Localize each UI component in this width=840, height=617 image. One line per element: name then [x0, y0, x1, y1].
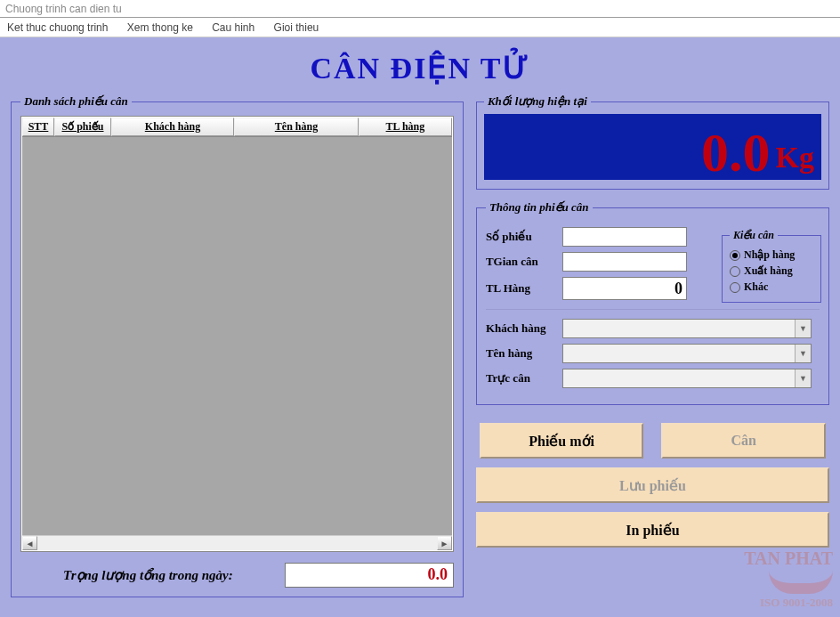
chevron-down-icon[interactable]: ▼	[795, 320, 811, 337]
so-phieu-label: Số phiếu	[486, 230, 562, 244]
radio-nhap-hang[interactable]: Nhập hàng	[730, 248, 813, 262]
radio-icon	[730, 266, 740, 277]
radio-xuat-hang[interactable]: Xuất hàng	[730, 264, 813, 278]
total-value: 0.0	[285, 563, 454, 588]
new-ticket-button[interactable]: Phiếu mới	[480, 423, 644, 459]
menubar: Ket thuc chuong trinh Xem thong ke Cau h…	[0, 18, 840, 37]
menu-about[interactable]: Gioi thieu	[274, 21, 319, 34]
menu-config[interactable]: Cau hinh	[212, 21, 254, 34]
ten-hang-label: Tên hàng	[486, 346, 562, 361]
col-ten-hang[interactable]: Tên hàng	[234, 118, 359, 136]
ticket-list-legend: Danh sách phiếu cân	[20, 94, 132, 109]
ticket-list-group: Danh sách phiếu cân STT Số phiếu Khách h…	[11, 94, 464, 597]
weigh-button[interactable]: Cân	[661, 423, 826, 459]
truc-can-label: Trực cân	[486, 371, 562, 386]
app-title: CÂN ĐIỆN TỬ	[11, 37, 829, 94]
weight-display: 0.0 Kg	[484, 114, 821, 180]
col-stt[interactable]: STT	[22, 118, 54, 136]
kieu-can-legend: Kiểu cân	[730, 229, 778, 242]
so-phieu-input[interactable]	[562, 227, 687, 247]
truc-can-combo[interactable]: ▼	[562, 369, 812, 388]
ticket-table: STT Số phiếu Khách hàng Tên hàng TL hàng…	[20, 116, 454, 552]
window-titlebar: Chuong trinh can dien tu	[0, 0, 840, 18]
table-body[interactable]	[22, 136, 452, 535]
combo-input[interactable]	[563, 345, 795, 362]
scroll-left-icon[interactable]: ◄	[22, 536, 37, 550]
scroll-right-icon[interactable]: ►	[437, 536, 452, 550]
khach-hang-combo[interactable]: ▼	[562, 319, 812, 338]
window-title: Chuong trinh can dien tu	[5, 3, 122, 15]
radio-khac[interactable]: Khác	[730, 280, 813, 294]
current-weight-legend: Khối lượng hiện tại	[484, 94, 591, 109]
kieu-can-group: Kiểu cân Nhập hàng Xuất hàng Khác	[722, 229, 821, 303]
radio-icon	[730, 282, 740, 293]
combo-input[interactable]	[563, 320, 795, 337]
menu-exit[interactable]: Ket thuc chuong trinh	[7, 21, 108, 34]
save-ticket-button[interactable]: Lưu phiếu	[476, 467, 829, 503]
col-tl-hang[interactable]: TL hàng	[359, 118, 452, 136]
combo-input[interactable]	[563, 369, 795, 387]
menu-stats[interactable]: Xem thong ke	[127, 21, 193, 34]
tgian-input[interactable]	[562, 252, 687, 272]
col-so-phieu[interactable]: Số phiếu	[54, 118, 111, 136]
total-label: Trọng lượng tổng trong ngày:	[20, 567, 276, 583]
radio-icon	[730, 250, 740, 261]
scroll-track[interactable]	[37, 536, 437, 550]
tgian-label: TGian cân	[486, 255, 562, 269]
ticket-info-group: Thông tin phiếu cân Số phiếu TGian cân T…	[476, 200, 829, 405]
print-ticket-button[interactable]: In phiếu	[476, 512, 829, 548]
current-weight-group: Khối lượng hiện tại 0.0 Kg	[476, 94, 829, 190]
weight-value: 0.0	[701, 125, 771, 180]
chevron-down-icon[interactable]: ▼	[795, 369, 811, 387]
table-header: STT Số phiếu Khách hàng Tên hàng TL hàng	[22, 118, 452, 136]
ticket-info-legend: Thông tin phiếu cân	[486, 200, 593, 215]
khach-hang-label: Khách hàng	[486, 321, 562, 336]
col-khach-hang[interactable]: Khách hàng	[111, 118, 234, 136]
chevron-down-icon[interactable]: ▼	[795, 345, 811, 362]
h-scrollbar[interactable]: ◄ ►	[22, 535, 452, 550]
tl-hang-input[interactable]	[562, 277, 687, 300]
ten-hang-combo[interactable]: ▼	[562, 344, 812, 363]
weight-unit: Kg	[776, 141, 814, 175]
tl-hang-label: TL Hàng	[486, 281, 562, 296]
